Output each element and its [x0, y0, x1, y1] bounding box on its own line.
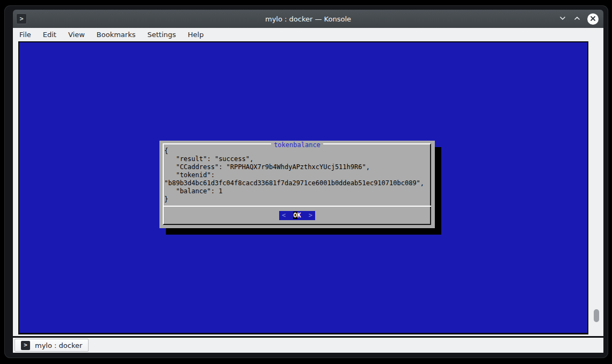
titlebar[interactable]: > mylo : docker — Konsole: [13, 10, 603, 28]
window-title: mylo : docker — Konsole: [13, 15, 603, 23]
dialog-separator: [163, 206, 431, 207]
konsole-app-icon: >: [16, 13, 27, 24]
ok-label-rest: K: [297, 212, 301, 219]
ok-bracket-left: <: [282, 212, 286, 219]
tab-label: mylo : docker: [35, 341, 82, 350]
scrollbar-thumb[interactable]: [594, 309, 599, 322]
dialog-title: tokenbalance: [159, 139, 435, 149]
tab-konsole-icon: >: [21, 341, 30, 350]
terminal-screen[interactable]: tokenbalance { "result": "success", "CCa…: [18, 41, 588, 334]
ok-button[interactable]: <OK>: [279, 211, 315, 220]
menu-file[interactable]: File: [13, 31, 37, 39]
chevron-down-icon: [559, 14, 566, 24]
tab-mylo-docker[interactable]: > mylo : docker: [14, 339, 89, 352]
window-controls: [558, 13, 599, 25]
tabbar: > mylo : docker: [13, 336, 603, 353]
close-icon: [589, 14, 596, 24]
close-button[interactable]: [587, 13, 599, 25]
menu-settings[interactable]: Settings: [141, 31, 181, 39]
minimize-button[interactable]: [558, 14, 567, 23]
chevron-up-icon: [573, 14, 581, 24]
ok-bracket-right: >: [309, 212, 312, 219]
maximize-button[interactable]: [573, 14, 581, 23]
ok-cursor-char: O: [293, 212, 297, 219]
dialog-json-text: { "result": "success", "CCaddress": "RPP…: [164, 147, 424, 203]
menu-bookmarks[interactable]: Bookmarks: [91, 31, 142, 39]
scrollbar-track[interactable]: [589, 41, 603, 336]
terminal-area: tokenbalance { "result": "success", "CCa…: [13, 41, 603, 336]
tokenbalance-dialog: tokenbalance { "result": "success", "CCa…: [159, 141, 435, 228]
menubar: File Edit View Bookmarks Settings Help: [13, 28, 603, 41]
konsole-window: > mylo : docker — Konsole: [4, 5, 608, 358]
menu-edit[interactable]: Edit: [37, 31, 62, 39]
window-inner: > mylo : docker — Konsole: [13, 10, 603, 353]
dialog-button-row: <OK>: [159, 209, 435, 220]
menu-help[interactable]: Help: [182, 31, 210, 39]
menu-view[interactable]: View: [62, 31, 91, 39]
